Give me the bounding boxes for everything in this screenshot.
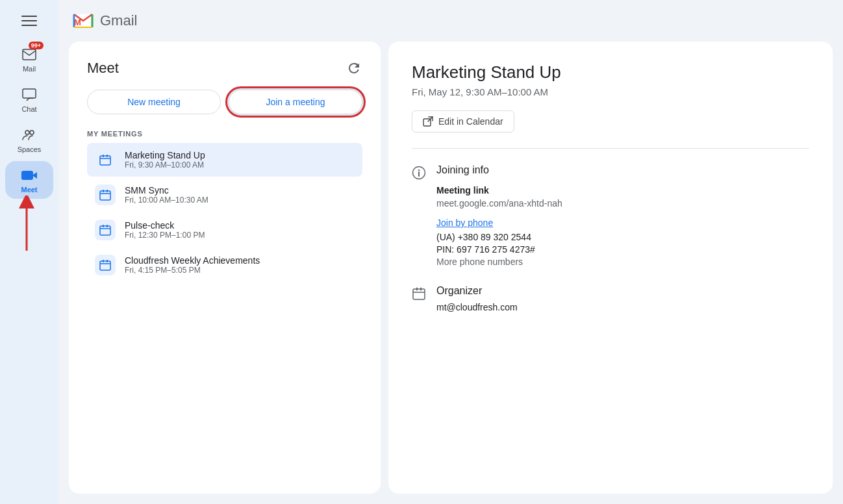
arrow-annotation	[10, 195, 43, 257]
svg-rect-7	[103, 155, 104, 157]
meeting-name: Cloudfresh Weekly Achievements	[125, 255, 260, 266]
meet-panel-header: Meet	[87, 60, 362, 77]
event-title: Marketing Stand Up	[412, 62, 809, 82]
svg-rect-3	[21, 171, 33, 180]
svg-point-2	[30, 131, 34, 134]
calendar-icon	[95, 220, 116, 240]
more-phones: More phone numbers	[436, 257, 562, 267]
joining-info-title: Joining info	[436, 164, 562, 176]
calendar-icon	[95, 184, 116, 205]
svg-rect-12	[100, 226, 110, 235]
meeting-item[interactable]: Pulse-check Fri, 12:30 PM–1:00 PM	[87, 213, 362, 247]
pin-details: PIN: 697 716 275 4273#	[436, 244, 562, 255]
mail-icon: 99+	[20, 45, 38, 64]
join-by-phone-link[interactable]: Join by phone	[436, 218, 562, 228]
meeting-link-label: Meeting link	[436, 185, 562, 195]
meet-buttons: New meeting Join a meeting	[87, 90, 362, 114]
svg-rect-13	[103, 225, 104, 227]
svg-rect-11	[107, 190, 108, 192]
meeting-list: Marketing Stand Up Fri, 9:30 AM–10:00 AM	[87, 143, 362, 282]
new-meeting-button[interactable]: New meeting	[87, 90, 221, 114]
svg-rect-14	[107, 225, 108, 227]
join-meeting-button[interactable]: Join a meeting	[229, 90, 362, 114]
meeting-time: Fri, 4:15 PM–5:05 PM	[125, 266, 260, 275]
sidebar-item-chat-label: Chat	[21, 105, 36, 113]
svg-rect-9	[100, 191, 110, 200]
joining-info-section: Joining info Meeting link meet.google.co…	[412, 164, 809, 267]
meeting-item[interactable]: Marketing Stand Up Fri, 9:30 AM–10:00 AM	[87, 143, 362, 177]
svg-rect-21	[413, 289, 425, 299]
svg-point-1	[25, 131, 29, 134]
meeting-link-url: meet.google.com/ana-xhtd-nah	[436, 198, 562, 208]
meeting-name: Pulse-check	[125, 220, 205, 231]
sidebar-item-meet[interactable]: Meet	[5, 161, 53, 199]
meeting-name: SMM Sync	[125, 185, 208, 195]
svg-point-20	[418, 170, 420, 171]
svg-rect-16	[103, 260, 104, 262]
gmail-wordmark: Gmail	[100, 12, 137, 29]
gmail-logo: M Gmail	[71, 12, 137, 30]
sidebar-item-mail[interactable]: 99+ Mail	[5, 40, 53, 78]
sidebar: 99+ Mail Chat Spaces	[0, 0, 58, 504]
svg-rect-17	[107, 260, 108, 262]
chat-icon	[20, 86, 38, 104]
phone-number: (UA) +380 89 320 2544	[436, 232, 562, 242]
svg-rect-23	[420, 288, 422, 291]
organizer-calendar-icon	[412, 286, 426, 301]
meeting-item[interactable]: Cloudfresh Weekly Achievements Fri, 4:15…	[87, 248, 362, 282]
external-link-icon	[423, 116, 433, 127]
detail-panel: Marketing Stand Up Fri, May 12, 9:30 AM–…	[388, 42, 833, 494]
svg-text:M: M	[74, 18, 81, 27]
meeting-item[interactable]: SMM Sync Fri, 10:00 AM–10:30 AM	[87, 178, 362, 212]
organizer-email: mt@cloudfresh.com	[436, 302, 518, 312]
meeting-time: Fri, 12:30 PM–1:00 PM	[125, 231, 205, 240]
my-meetings-label: MY MEETINGS	[87, 130, 362, 138]
refresh-icon[interactable]	[347, 60, 362, 76]
content-area: Meet New meeting Join a meeting MY MEETI…	[58, 42, 843, 504]
meeting-time: Fri, 9:30 AM–10:00 AM	[125, 160, 205, 170]
svg-rect-6	[100, 156, 110, 165]
edit-calendar-label: Edit in Calendar	[438, 116, 503, 127]
svg-rect-22	[416, 288, 418, 291]
gmail-m-logo: M	[71, 12, 95, 30]
sidebar-item-mail-label: Mail	[23, 65, 36, 73]
event-time: Fri, May 12, 9:30 AM–10:00 AM	[412, 86, 809, 97]
meeting-time: Fri, 10:00 AM–10:30 AM	[125, 195, 208, 205]
info-icon	[412, 166, 426, 180]
organizer-title: Organizer	[436, 285, 518, 297]
sidebar-item-chat[interactable]: Chat	[5, 81, 53, 118]
meeting-name: Marketing Stand Up	[125, 150, 205, 160]
spaces-icon	[20, 126, 38, 144]
organizer-section: Organizer mt@cloudfresh.com	[412, 285, 809, 312]
svg-rect-15	[100, 261, 110, 270]
topbar: M Gmail	[58, 0, 843, 42]
mail-badge: 99+	[29, 42, 44, 49]
sidebar-item-meet-label: Meet	[21, 186, 37, 194]
calendar-icon	[95, 149, 116, 170]
svg-rect-8	[107, 155, 108, 157]
meet-icon	[20, 166, 38, 184]
svg-rect-10	[103, 190, 104, 192]
sidebar-top	[0, 6, 58, 38]
sidebar-item-spaces[interactable]: Spaces	[5, 121, 53, 158]
meet-panel: Meet New meeting Join a meeting MY MEETI…	[69, 42, 381, 494]
meet-panel-title: Meet	[87, 60, 119, 77]
divider	[412, 148, 809, 149]
hamburger-menu-icon[interactable]	[21, 13, 37, 29]
main-content: M Gmail Meet New meeting Join a meeting …	[58, 0, 843, 504]
calendar-icon	[95, 255, 116, 275]
sidebar-item-spaces-label: Spaces	[18, 145, 42, 153]
edit-in-calendar-button[interactable]: Edit in Calendar	[412, 110, 514, 132]
svg-rect-0	[23, 89, 36, 98]
